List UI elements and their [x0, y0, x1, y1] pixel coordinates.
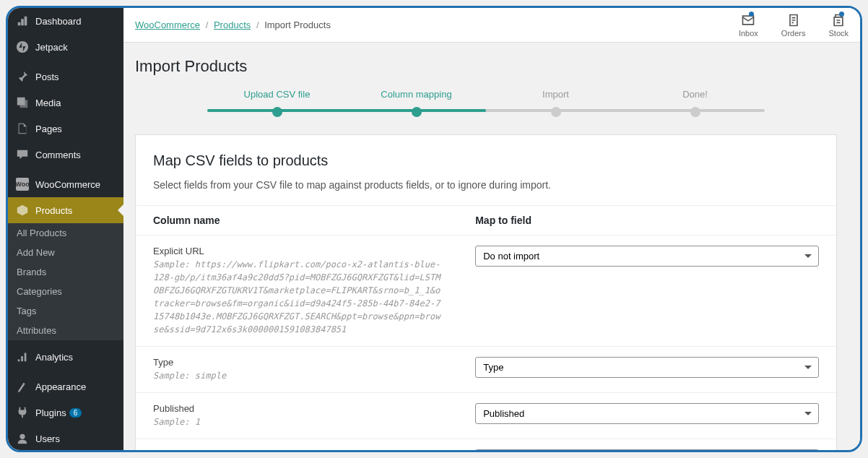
map-field-cell: Is featured?: [458, 439, 836, 451]
field-label: Published: [153, 403, 440, 414]
submenu-item-categories[interactable]: Categories: [8, 282, 123, 301]
sidebar-item-users[interactable]: Users: [8, 425, 123, 450]
topbar-meta-label: Stock: [828, 29, 849, 38]
pin-icon: [15, 69, 30, 84]
header-column-name: Column name: [136, 206, 458, 236]
table-row: TypeSample: simpleType: [136, 347, 836, 393]
sidebar-item-jetpack[interactable]: Jetpack: [8, 34, 123, 60]
sidebar-item-label: Products: [35, 205, 72, 216]
products-icon: [15, 203, 30, 217]
products-submenu: All ProductsAdd NewBrandsCategoriesTagsA…: [8, 223, 123, 340]
step-mapping: Column mapping: [347, 89, 486, 117]
submenu-item-add-new[interactable]: Add New: [8, 243, 123, 262]
sidebar-item-products[interactable]: Products: [8, 197, 123, 223]
topbar-meta-label: Orders: [781, 29, 806, 38]
submenu-item-tags[interactable]: Tags: [8, 301, 123, 321]
pages-icon: [15, 121, 30, 136]
badge: 6: [69, 408, 82, 418]
sidebar-item-label: Dashboard: [35, 16, 82, 27]
table-row: Explicit URLSample: https://www.flipkart…: [136, 236, 836, 347]
submenu-item-all-products[interactable]: All Products: [8, 223, 123, 243]
column-name-cell: TypeSample: simple: [136, 347, 458, 393]
sidebar-item-label: Media: [35, 98, 61, 108]
sidebar-item-plugins[interactable]: Plugins6: [8, 399, 123, 425]
sample-text: Sample: simple: [153, 371, 226, 381]
sidebar-item-appearance[interactable]: Appearance: [8, 373, 123, 399]
topbar-meta: InboxOrdersStock: [739, 13, 849, 38]
appearance-icon: [15, 379, 30, 394]
plugins-icon: [15, 405, 30, 420]
field-label: Type: [153, 357, 440, 368]
topbar: WooCommerce / Products / Import Products…: [123, 8, 860, 43]
mapping-select-0[interactable]: Do not import: [475, 246, 819, 267]
notification-dot: [839, 12, 844, 17]
sidebar-item-label: Appearance: [35, 381, 86, 392]
breadcrumb-woocommerce[interactable]: WooCommerce: [135, 20, 200, 30]
dashboard-icon: [15, 14, 30, 28]
sidebar-item-pages[interactable]: Pages: [8, 116, 123, 142]
column-name-cell: Explicit URLSample: https://www.flipkart…: [136, 236, 458, 347]
panel-desc: Select fields from your CSV file to map …: [153, 179, 819, 191]
sidebar-item-label: Pages: [35, 124, 62, 134]
header-map-to-field: Map to field: [458, 206, 836, 236]
sidebar-item-label: WooCommerce: [35, 179, 100, 190]
submenu-item-attributes[interactable]: Attributes: [8, 321, 123, 340]
jetpack-icon: [15, 40, 30, 54]
step-done: Done!: [625, 89, 765, 117]
table-row: Is featured?Is featured?: [136, 439, 836, 451]
svg-point-0: [17, 41, 28, 53]
sidebar-item-label: Users: [35, 433, 60, 444]
step-upload: Upload CSV file: [207, 89, 347, 117]
sidebar-item-label: Jetpack: [35, 42, 68, 53]
field-label: Explicit URL: [153, 246, 440, 256]
mapping-select-2[interactable]: Published: [475, 403, 819, 424]
submenu-item-brands[interactable]: Brands: [8, 262, 123, 282]
table-row: PublishedSample: 1Published: [136, 393, 836, 439]
analytics-icon: [15, 350, 30, 364]
sidebar-item-label: Comments: [35, 150, 81, 160]
sidebar-item-label: Plugins: [35, 407, 66, 418]
users-icon: [15, 431, 30, 446]
import-stepper: Upload CSV file Column mapping Import Do…: [207, 89, 765, 117]
panel-title: Map CSV fields to products: [153, 152, 819, 169]
column-name-cell: PublishedSample: 1: [136, 393, 458, 439]
orders-icon: [786, 13, 801, 29]
sidebar-item-woocommerce[interactable]: WooWooCommerce: [8, 171, 123, 197]
mapping-panel: Map CSV fields to products Select fields…: [135, 134, 837, 450]
sidebar-item-analytics[interactable]: Analytics: [8, 344, 123, 370]
map-field-cell: Do not import: [458, 236, 836, 347]
topbar-stock[interactable]: Stock: [828, 13, 849, 38]
topbar-inbox[interactable]: Inbox: [739, 13, 758, 38]
sidebar-item-label: Posts: [35, 72, 59, 82]
topbar-meta-label: Inbox: [739, 29, 758, 38]
sidebar-item-dashboard[interactable]: Dashboard: [8, 8, 123, 34]
breadcrumb-products[interactable]: Products: [214, 20, 251, 30]
map-field-cell: Published: [458, 393, 836, 439]
mapping-table: Column name Map to field Explicit URLSam…: [136, 205, 836, 450]
notification-dot: [749, 12, 754, 17]
map-field-cell: Type: [458, 347, 836, 393]
content: Import Products Upload CSV file Column m…: [123, 43, 860, 450]
step-import: Import: [486, 89, 625, 117]
topbar-orders[interactable]: Orders: [781, 13, 806, 38]
breadcrumb: WooCommerce / Products / Import Products: [135, 20, 331, 30]
sidebar-item-comments[interactable]: Comments: [8, 142, 123, 168]
media-icon: [15, 95, 30, 110]
field-label: Is featured?: [153, 449, 440, 450]
main-area: WooCommerce / Products / Import Products…: [123, 8, 860, 450]
page-title: Import Products: [135, 57, 837, 76]
breadcrumb-current: Import Products: [264, 20, 331, 30]
sidebar-item-media[interactable]: Media: [8, 90, 123, 116]
woo-icon: Woo: [15, 177, 30, 191]
mapping-select-1[interactable]: Type: [475, 357, 819, 378]
sample-text: Sample: https://www.flipkart.com/poco-x2…: [153, 259, 440, 334]
column-name-cell: Is featured?: [136, 439, 458, 451]
sidebar-item-posts[interactable]: Posts: [8, 64, 123, 90]
sidebar-item-label: Analytics: [35, 352, 73, 363]
mapping-select-3[interactable]: Is featured?: [475, 449, 819, 450]
admin-sidebar: DashboardJetpackPostsMediaPagesCommentsW…: [8, 8, 123, 450]
svg-point-1: [19, 434, 25, 439]
comments-icon: [15, 147, 30, 162]
sample-text: Sample: 1: [153, 417, 200, 427]
